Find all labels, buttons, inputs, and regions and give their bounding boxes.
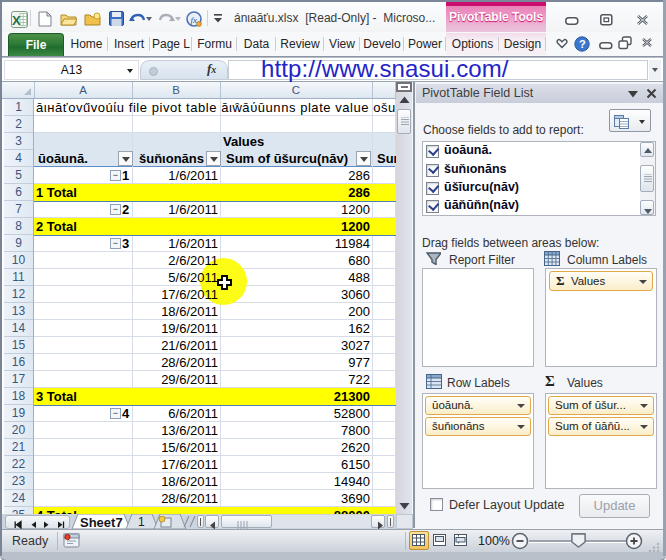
svg-text:?: ?	[579, 38, 586, 50]
svg-text:fx: fx	[191, 15, 198, 25]
svg-text:X: X	[12, 13, 21, 28]
